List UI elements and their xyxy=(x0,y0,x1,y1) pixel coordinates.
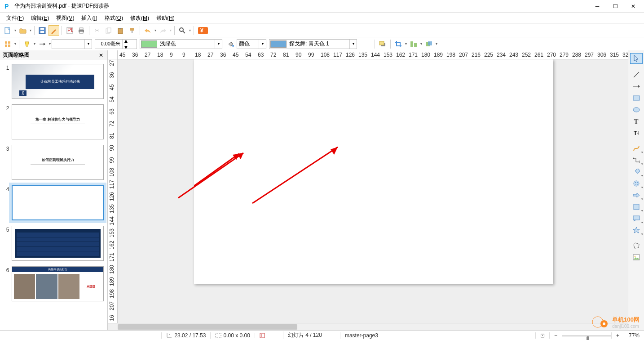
fill-color-combo[interactable]: 浅绿色 ▾ xyxy=(140,39,222,49)
edit-icon[interactable] xyxy=(49,25,59,36)
thumbnail-2[interactable]: 2第一章 解读执行力与领导力 xyxy=(4,104,104,139)
highlight-icon[interactable] xyxy=(22,39,32,49)
vertical-text-tool-icon[interactable]: T xyxy=(630,128,643,139)
status-master[interactable]: master-page3 xyxy=(340,332,383,339)
thumbnail-title: 页面缩略图 xyxy=(3,51,97,59)
crop-dropdown[interactable]: ▾ xyxy=(404,42,408,46)
thumbnail-number: 2 xyxy=(4,104,12,139)
grid-icon[interactable] xyxy=(2,39,13,49)
align-icon[interactable] xyxy=(408,39,419,49)
colorset-combo[interactable]: 颜色 ▾ xyxy=(237,39,266,49)
palette-combo[interactable]: 探戈舞: 青天色 1 ▾ xyxy=(269,39,357,49)
line-tool-icon[interactable] xyxy=(630,69,643,80)
canvas-area: 4536271899182736455463728190991081171261… xyxy=(108,50,628,330)
cut-icon[interactable]: ✂ xyxy=(92,25,102,36)
undo-dropdown[interactable]: ▾ xyxy=(154,28,157,32)
open-dropdown[interactable]: ▾ xyxy=(29,28,32,32)
paste-icon[interactable] xyxy=(115,25,126,36)
zoom-fit-icon[interactable]: ⊡ xyxy=(535,332,549,339)
thumbnail-5[interactable]: 5 xyxy=(4,226,104,261)
zoom-out-icon[interactable]: − xyxy=(549,332,562,339)
thumbnail-3[interactable]: 3如何正确理解执行力 xyxy=(4,145,104,180)
line-style-combo[interactable]: ▾ xyxy=(52,39,92,49)
palette-label: 探戈舞: 青天色 1 xyxy=(287,40,349,48)
line-width-input[interactable] xyxy=(95,40,122,49)
minimize-button[interactable]: ─ xyxy=(588,0,606,13)
thumbnail-list[interactable]: 1让你的员工快乐行动起来))2第一章 解读执行力与领导力3如何正确理解执行力45… xyxy=(0,60,107,330)
main-area: 页面缩略图 ✕ 1让你的员工快乐行动起来))2第一章 解读执行力与领导力3如何正… xyxy=(0,50,644,330)
menu-h[interactable]: 帮助(H) xyxy=(153,13,178,23)
new-doc-dropdown[interactable]: ▾ xyxy=(13,28,17,32)
svg-line-31 xyxy=(194,154,239,199)
maximize-button[interactable]: ☐ xyxy=(606,0,624,13)
zoom-value[interactable]: 77% xyxy=(624,332,644,339)
menu-m[interactable]: 修改(M) xyxy=(127,13,153,23)
image-tool-icon[interactable] xyxy=(630,252,643,263)
undo-icon[interactable] xyxy=(142,25,153,36)
menu-o[interactable]: 格式(O) xyxy=(101,13,127,23)
align-dropdown[interactable]: ▾ xyxy=(419,42,423,46)
rect-tool-icon[interactable] xyxy=(630,93,643,103)
grid-dropdown[interactable]: ▾ xyxy=(13,42,17,46)
curve-tool-icon[interactable]: ▾ xyxy=(630,143,643,154)
horizontal-scrollbar[interactable] xyxy=(108,323,628,330)
drawing-toolbar: T T ▾ ▾ ▾ ▾ ▾ ▾ ▾ ▾ xyxy=(628,50,644,330)
status-slide[interactable]: 幻灯片 4 / 120 xyxy=(283,331,326,339)
zoom-in-icon[interactable]: + xyxy=(611,332,624,339)
find-icon[interactable] xyxy=(177,25,188,36)
svg-rect-22 xyxy=(8,45,10,47)
bucket-icon[interactable] xyxy=(225,39,236,49)
clone-format-icon[interactable] xyxy=(127,25,137,36)
shadow-icon[interactable] xyxy=(377,39,388,49)
connector-tool-icon[interactable]: ▾ xyxy=(630,155,643,166)
menu-f[interactable]: 文件(F) xyxy=(3,13,27,23)
find-dropdown[interactable]: ▾ xyxy=(188,28,192,32)
watermark-name: 单机100网 xyxy=(612,316,640,324)
line-width-combo[interactable]: ▲▼ xyxy=(95,39,137,49)
arrange-icon[interactable] xyxy=(423,39,434,49)
thumbnail-close-icon[interactable]: ✕ xyxy=(97,52,105,58)
svg-point-45 xyxy=(635,182,636,183)
menu-i[interactable]: 插入(I) xyxy=(78,13,101,23)
thumbnail-4[interactable]: 4 xyxy=(4,185,104,220)
arrange-dropdown[interactable]: ▾ xyxy=(435,42,438,46)
status-insert-mode[interactable] xyxy=(255,333,269,338)
watermark-url: danji100.com xyxy=(612,324,640,329)
star-icon[interactable]: ▾ xyxy=(630,225,643,236)
export-pdf-icon[interactable]: PDF xyxy=(64,25,75,36)
block-arrows-icon[interactable]: ▾ xyxy=(630,190,643,201)
polygon-tool-icon[interactable] xyxy=(630,240,643,251)
print-icon[interactable] xyxy=(76,25,87,36)
callout-icon[interactable]: ▾ xyxy=(630,213,643,224)
highlight-dropdown[interactable]: ▾ xyxy=(33,42,36,46)
select-tool-icon[interactable] xyxy=(630,53,643,64)
svg-rect-48 xyxy=(633,216,640,220)
close-button[interactable]: ✕ xyxy=(624,0,642,13)
basic-shapes-icon[interactable]: ▾ xyxy=(630,166,643,177)
symbol-shapes-icon[interactable]: ▾ xyxy=(630,178,643,189)
ellipse-tool-icon[interactable] xyxy=(630,104,643,115)
thumbnail-6[interactable]: 6高领导 强执行力ABB xyxy=(4,266,104,301)
line-end-dropdown[interactable]: ▾ xyxy=(48,42,52,46)
redo-icon[interactable] xyxy=(158,25,168,36)
redo-dropdown[interactable]: ▾ xyxy=(169,28,172,32)
copy-icon[interactable] xyxy=(103,25,114,36)
flowchart-icon[interactable]: ▾ xyxy=(630,201,643,212)
menu-v[interactable]: 视图(V) xyxy=(53,13,78,23)
line-end-icon[interactable] xyxy=(37,39,48,49)
thumbnail-1[interactable]: 1让你的员工快乐行动起来)) xyxy=(4,64,104,99)
premium-icon[interactable]: ¥ xyxy=(196,25,210,36)
new-doc-icon[interactable] xyxy=(2,25,13,36)
arrow-tool-icon[interactable] xyxy=(630,81,643,92)
thumbnail-preview: 如何正确理解执行力 xyxy=(12,145,104,180)
svg-point-40 xyxy=(633,107,640,112)
svg-line-37 xyxy=(634,72,639,77)
svg-rect-7 xyxy=(79,28,83,30)
slide-page[interactable] xyxy=(194,59,553,284)
menu-e[interactable]: 编辑(E) xyxy=(27,13,53,23)
crop-icon[interactable] xyxy=(393,39,404,49)
canvas[interactable] xyxy=(118,59,628,323)
save-icon[interactable] xyxy=(37,25,48,36)
text-tool-icon[interactable]: T xyxy=(630,116,643,127)
open-icon[interactable] xyxy=(18,25,28,36)
